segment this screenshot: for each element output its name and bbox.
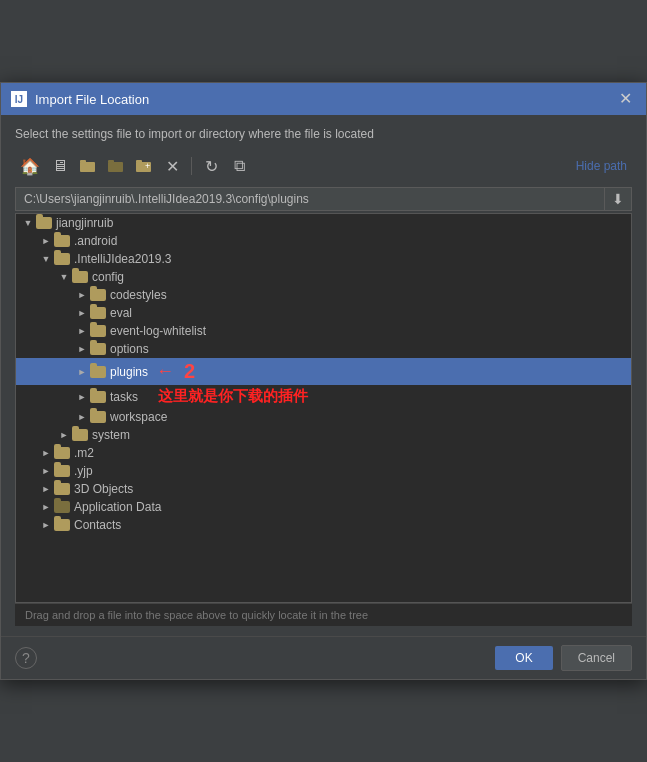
annotation-number: 2 [184, 360, 195, 383]
tree-label-intellij: .IntelliJIdea2019.3 [74, 252, 171, 266]
expand-arrow-plugins [74, 367, 90, 377]
annotation-arrow: ← [156, 361, 174, 382]
folder-icon-eval [90, 307, 106, 319]
tree-label-tasks: tasks [110, 390, 138, 404]
expand-arrow-3dobjects [38, 484, 54, 494]
expand-arrow-config [56, 272, 72, 282]
folder-button-2[interactable] [103, 153, 129, 179]
folder-icon-plugins [90, 366, 106, 378]
svg-text:+: + [145, 161, 150, 171]
tree-item-config[interactable]: config [16, 268, 631, 286]
expand-arrow-appdata [38, 502, 54, 512]
tree-item-plugins[interactable]: plugins ← 2 [16, 358, 631, 385]
tree-label-eval: eval [110, 306, 132, 320]
expand-arrow-options [74, 344, 90, 354]
svg-rect-3 [108, 160, 114, 163]
expand-arrow-intellij [38, 254, 54, 264]
path-bar: ⬇ [15, 187, 632, 211]
folder-icon-contacts [54, 519, 70, 531]
tree-item-appdata[interactable]: Application Data [16, 498, 631, 516]
home-button[interactable]: 🏠 [15, 153, 45, 179]
tree-item-tasks[interactable]: tasks 这里就是你下载的插件 [16, 385, 631, 408]
folder-icon-jiangjinruib [36, 217, 52, 229]
tree-item-android[interactable]: .android [16, 232, 631, 250]
folder-icon-appdata [54, 501, 70, 513]
folder-icon-m2 [54, 447, 70, 459]
help-button[interactable]: ? [15, 647, 37, 669]
folder-icon-system [72, 429, 88, 441]
dialog-title: Import File Location [35, 92, 607, 107]
folder-icon-3dobjects [54, 483, 70, 495]
tree-item-3dobjects[interactable]: 3D Objects [16, 480, 631, 498]
svg-rect-0 [80, 162, 95, 172]
description-text: Select the settings file to import or di… [15, 127, 632, 141]
tree-label-workspace: workspace [110, 410, 167, 424]
tree-label-3dobjects: 3D Objects [74, 482, 133, 496]
dialog-body: Select the settings file to import or di… [1, 115, 646, 636]
toolbar: 🏠 🖥 + ✕ ↻ ⧉ Hide path [15, 153, 632, 179]
tree-item-eval[interactable]: eval [16, 304, 631, 322]
expand-arrow-android [38, 236, 54, 246]
tree-item-yjp[interactable]: .yjp [16, 462, 631, 480]
svg-rect-1 [80, 160, 86, 163]
drag-hint: Drag and drop a file into the space abov… [15, 603, 632, 626]
folder-icon-tasks [90, 391, 106, 403]
folder-icon-intellij [54, 253, 70, 265]
path-input[interactable] [16, 188, 604, 210]
expand-arrow-codestyles [74, 290, 90, 300]
title-bar: IJ Import File Location ✕ [1, 83, 646, 115]
tree-label-android: .android [74, 234, 117, 248]
app-icon: IJ [11, 91, 27, 107]
ok-button[interactable]: OK [495, 646, 552, 670]
tree-item-system[interactable]: system [16, 426, 631, 444]
delete-button[interactable]: ✕ [159, 153, 185, 179]
import-file-dialog: IJ Import File Location ✕ Select the set… [0, 82, 647, 680]
tree-item-jiangjinruib[interactable]: jiangjinruib [16, 214, 631, 232]
tree-label-codestyles: codestyles [110, 288, 167, 302]
tree-item-options[interactable]: options [16, 340, 631, 358]
folder-icon-yjp [54, 465, 70, 477]
cancel-button[interactable]: Cancel [561, 645, 632, 671]
tree-item-workspace[interactable]: workspace [16, 408, 631, 426]
folder-icon-config [72, 271, 88, 283]
desktop-button[interactable]: 🖥 [47, 153, 73, 179]
expand-arrow-eval [74, 308, 90, 318]
refresh-button[interactable]: ↻ [198, 153, 224, 179]
toolbar-separator [191, 157, 192, 175]
tree-item-intellij[interactable]: .IntelliJIdea2019.3 [16, 250, 631, 268]
tree-label-plugins: plugins [110, 365, 148, 379]
expand-arrow-workspace [74, 412, 90, 422]
annotation-text: 这里就是你下载的插件 [158, 387, 308, 406]
copy-button[interactable]: ⧉ [226, 153, 252, 179]
tree-label-appdata: Application Data [74, 500, 161, 514]
tree-label-contacts: Contacts [74, 518, 121, 532]
svg-rect-2 [108, 162, 123, 172]
expand-arrow-m2 [38, 448, 54, 458]
expand-arrow-jiangjinruib [20, 218, 36, 228]
tree-label-event-log: event-log-whitelist [110, 324, 206, 338]
tree-item-event-log[interactable]: event-log-whitelist [16, 322, 631, 340]
file-tree[interactable]: jiangjinruib .android .IntelliJIdea2019.… [15, 213, 632, 603]
tree-item-m2[interactable]: .m2 [16, 444, 631, 462]
folder-icon-workspace [90, 411, 106, 423]
expand-arrow-tasks [74, 392, 90, 402]
hide-path-button[interactable]: Hide path [571, 156, 632, 176]
tree-label-config: config [92, 270, 124, 284]
folder-button-3[interactable]: + [131, 153, 157, 179]
tree-label-system: system [92, 428, 130, 442]
expand-arrow-system [56, 430, 72, 440]
tree-item-codestyles[interactable]: codestyles [16, 286, 631, 304]
expand-arrow-yjp [38, 466, 54, 476]
folder-button-1[interactable] [75, 153, 101, 179]
expand-arrow-event-log [74, 326, 90, 336]
folder-icon-codestyles [90, 289, 106, 301]
close-button[interactable]: ✕ [615, 89, 636, 109]
dialog-footer: ? OK Cancel [1, 636, 646, 679]
path-download-button[interactable]: ⬇ [604, 188, 631, 210]
tree-item-contacts[interactable]: Contacts [16, 516, 631, 534]
folder-icon-event-log [90, 325, 106, 337]
expand-arrow-contacts [38, 520, 54, 530]
svg-rect-5 [136, 160, 142, 163]
folder-icon-android [54, 235, 70, 247]
folder-icon-options [90, 343, 106, 355]
